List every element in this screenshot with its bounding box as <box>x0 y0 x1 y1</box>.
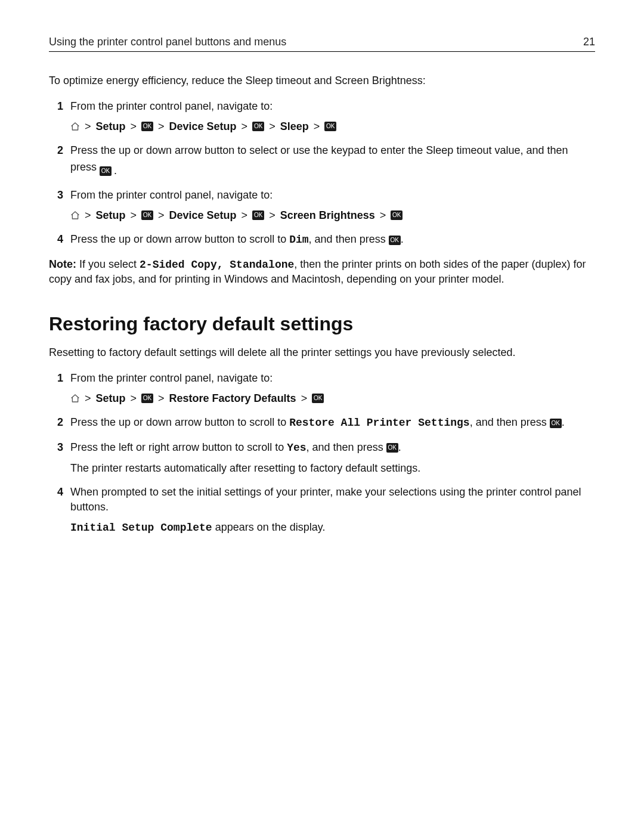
page: Using the printer control panel buttons … <box>0 0 644 833</box>
note-label: Note: <box>49 258 76 270</box>
ok-wrap: OK <box>386 443 398 453</box>
step-2: 2 Press the up or down arrow button to s… <box>49 415 595 430</box>
nav-sep: > <box>129 119 138 134</box>
step-text-b: , and then press <box>309 233 389 245</box>
ok-icon: OK <box>141 210 153 220</box>
ok-wrap: OK <box>389 236 401 245</box>
code-initial-setup: Initial Setup Complete <box>70 522 212 534</box>
ok-icon: OK <box>141 122 153 131</box>
nav-sep: > <box>129 208 138 222</box>
step-3: 3 From the printer control panel, naviga… <box>49 188 595 223</box>
nav-setup: Setup <box>96 391 126 405</box>
step-body: From the printer control panel, navigate… <box>70 188 595 223</box>
nav-path-brightness: > Setup > OK > Device Setup > OK > Scree… <box>70 208 595 222</box>
nav-sep: > <box>240 208 249 222</box>
ok-icon: OK <box>391 210 402 220</box>
step-body: Press the up or down arrow button to scr… <box>70 415 595 430</box>
ok-icon: OK <box>550 419 562 428</box>
nav-sep: > <box>300 391 309 405</box>
nav-sep: > <box>240 119 249 134</box>
restore-intro: Resetting to factory default settings wi… <box>49 345 595 360</box>
ok-icon: OK <box>324 122 336 131</box>
ok-icon: OK <box>312 394 324 403</box>
nav-setup: Setup <box>96 208 126 222</box>
step-subtext: Initial Setup Complete appears on the di… <box>70 520 595 535</box>
ok-icon: OK <box>100 166 112 176</box>
period: . <box>401 233 404 245</box>
ok-icon: OK <box>386 443 398 453</box>
code-restore-all: Restore All Printer Settings <box>289 417 469 429</box>
nav-device-setup: Device Setup <box>169 208 237 222</box>
ok-icon: OK <box>252 210 264 220</box>
nav-sep: > <box>129 391 138 405</box>
nav-restore-defaults: Restore Factory Defaults <box>169 391 296 405</box>
step-text: From the printer control panel, navigate… <box>70 100 273 112</box>
step-text: When prompted to set the initial setting… <box>70 486 581 512</box>
nav-sep: > <box>379 208 388 222</box>
home-icon <box>70 394 80 403</box>
step-body: Press the up or down arrow button to scr… <box>70 232 595 247</box>
steps-energy: 1 From the printer control panel, naviga… <box>49 99 595 247</box>
nav-path-sleep: > Setup > OK > Device Setup > OK > Sleep… <box>70 119 595 134</box>
ok-wrap: OK <box>550 419 562 428</box>
step-number: 4 <box>49 232 70 247</box>
step-number: 3 <box>49 440 70 476</box>
period: . <box>562 416 565 428</box>
ok-icon: OK <box>252 122 264 131</box>
page-number: 21 <box>583 35 595 49</box>
note-a: If you select <box>76 258 140 270</box>
step-body: From the printer control panel, navigate… <box>70 371 595 406</box>
home-icon <box>70 210 80 220</box>
nav-sep: > <box>312 119 321 134</box>
step-sub-tail: appears on the display. <box>212 521 326 533</box>
step-4: 4 When prompted to set the initial setti… <box>49 485 595 535</box>
period: . <box>398 441 401 453</box>
step-tail: OK. <box>100 163 117 178</box>
nav-screen-brightness: Screen Brightness <box>280 208 375 222</box>
step-text-a: Press the left or right arrow button to … <box>70 441 287 453</box>
step-subtext: The printer restarts automatically after… <box>70 461 595 475</box>
nav-path-restore: > Setup > OK > Restore Factory Defaults … <box>70 391 595 405</box>
step-2: 2 Press the up or down arrow button to s… <box>49 143 595 178</box>
step-body: Press the left or right arrow button to … <box>70 440 595 476</box>
nav-sep: > <box>157 208 166 222</box>
nav-sep: > <box>83 391 92 405</box>
step-text: From the printer control panel, navigate… <box>70 189 273 201</box>
step-number: 1 <box>49 99 70 134</box>
step-3: 3 Press the left or right arrow button t… <box>49 440 595 476</box>
step-number: 4 <box>49 485 70 535</box>
step-number: 3 <box>49 188 70 223</box>
nav-sep: > <box>157 391 166 405</box>
note-code: 2-Sided Copy, Standalone <box>140 259 294 271</box>
step-text-b: , and then press <box>306 441 386 453</box>
step-text: From the printer control panel, navigate… <box>70 372 273 384</box>
nav-sep: > <box>268 119 277 134</box>
step-text-a: Press the up or down arrow button to scr… <box>70 416 289 428</box>
period: . <box>114 163 117 178</box>
intro-paragraph: To optimize energy efficiency, reduce th… <box>49 73 595 88</box>
step-1: 1 From the printer control panel, naviga… <box>49 99 595 134</box>
step-number: 2 <box>49 415 70 430</box>
step-number: 2 <box>49 143 70 178</box>
step-4: 4 Press the up or down arrow button to s… <box>49 232 595 247</box>
nav-sep: > <box>157 119 166 134</box>
nav-sep: > <box>83 119 92 134</box>
nav-setup: Setup <box>96 119 126 134</box>
code-dim: Dim <box>289 234 308 246</box>
home-icon <box>70 122 80 131</box>
step-1: 1 From the printer control panel, naviga… <box>49 371 595 406</box>
nav-sleep: Sleep <box>280 119 309 134</box>
ok-icon: OK <box>389 236 401 245</box>
step-body: When prompted to set the initial setting… <box>70 485 595 535</box>
steps-restore: 1 From the printer control panel, naviga… <box>49 371 595 535</box>
nav-sep: > <box>83 208 92 222</box>
header-title: Using the printer control panel buttons … <box>49 35 286 49</box>
note-paragraph: Note: If you select 2-Sided Copy, Standa… <box>49 257 595 287</box>
step-text: Press the up or down arrow button to sel… <box>70 144 568 173</box>
step-text-a: Press the up or down arrow button to scr… <box>70 233 289 245</box>
step-body: From the printer control panel, navigate… <box>70 99 595 134</box>
step-body: Press the up or down arrow button to sel… <box>70 143 595 178</box>
code-yes: Yes <box>287 442 306 454</box>
nav-device-setup: Device Setup <box>169 119 237 134</box>
running-header: Using the printer control panel buttons … <box>49 35 595 52</box>
